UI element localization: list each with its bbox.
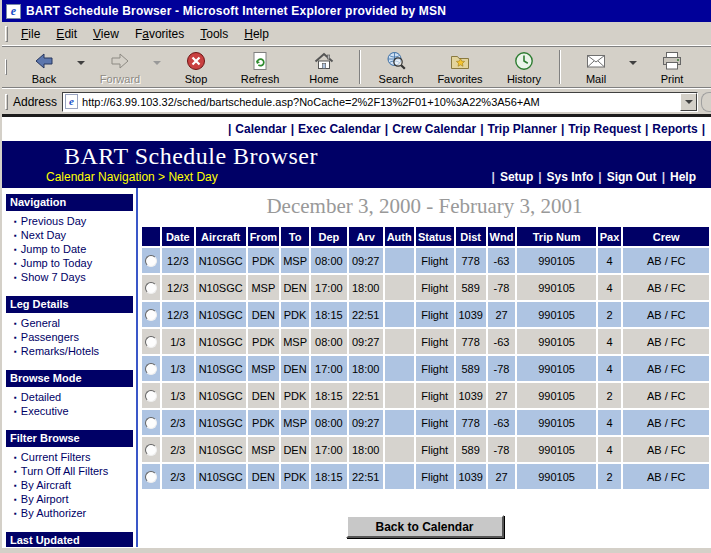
home-icon bbox=[313, 50, 335, 72]
sidebar-item-by-aircraft[interactable]: By Aircraft bbox=[6, 478, 133, 492]
separator-pipe: | bbox=[598, 170, 601, 184]
table-cell: PDK bbox=[281, 464, 309, 489]
sidebar-item-by-airport[interactable]: By Airport bbox=[6, 492, 133, 506]
separator-pipe: | bbox=[645, 122, 648, 136]
table-cell: 1039 bbox=[456, 464, 486, 489]
band-link-setup[interactable]: Setup bbox=[500, 170, 533, 184]
table-cell: 589 bbox=[456, 275, 486, 300]
mail-button[interactable]: Mail bbox=[564, 47, 640, 87]
nav-trip-planner[interactable]: Trip Planner bbox=[488, 122, 557, 136]
sidebar-item-jump-to-date[interactable]: Jump to Date bbox=[6, 242, 133, 256]
refresh-icon bbox=[249, 50, 271, 72]
sidebar-item-by-authorizer[interactable]: By Authorizer bbox=[6, 506, 133, 520]
dropdown-arrow-icon[interactable] bbox=[629, 61, 637, 65]
band-link-sign-out[interactable]: Sign Out bbox=[607, 170, 657, 184]
row-radio-cell bbox=[142, 410, 160, 435]
table-row: 1/3N10SGCMSPDEN17:0018:00Flight589-78990… bbox=[142, 356, 709, 381]
row-select-radio[interactable] bbox=[145, 390, 157, 402]
table-cell: -78 bbox=[488, 437, 516, 462]
separator-pipe: | bbox=[291, 122, 294, 136]
menu-favorites[interactable]: Favorites bbox=[127, 24, 192, 44]
sidebar-item-show-7-days[interactable]: Show 7 Days bbox=[6, 270, 133, 284]
sidebar-item-passengers[interactable]: Passengers bbox=[6, 330, 133, 344]
sidebar-item-detailed[interactable]: Detailed bbox=[6, 390, 133, 404]
app-header-band: BART Schedule Browser Calendar Navigatio… bbox=[2, 141, 711, 188]
history-button[interactable]: History bbox=[492, 47, 556, 87]
table-cell: Flight bbox=[416, 275, 454, 300]
table-cell: 27 bbox=[488, 302, 516, 327]
address-url[interactable]: http://63.99.103.32/sched/bartschedule.a… bbox=[82, 96, 680, 108]
row-select-radio[interactable] bbox=[145, 282, 157, 294]
table-cell: 4 bbox=[598, 410, 622, 435]
address-label: Address bbox=[13, 95, 57, 109]
row-select-radio[interactable] bbox=[145, 336, 157, 348]
table-cell: AB / FC bbox=[623, 383, 709, 408]
sidebar-item-jump-to-today[interactable]: Jump to Today bbox=[6, 256, 133, 270]
col-header-trip-num: Trip Num bbox=[517, 227, 595, 246]
table-cell: N10SGC bbox=[196, 302, 246, 327]
col-header-status: Status bbox=[416, 227, 454, 246]
favorites-button[interactable]: Favorites bbox=[428, 47, 492, 87]
nav-reports[interactable]: Reports bbox=[652, 122, 697, 136]
band-link-help[interactable]: Help bbox=[670, 170, 696, 184]
table-cell: 1/3 bbox=[162, 329, 194, 354]
links-bar-partial bbox=[701, 92, 711, 112]
back-button[interactable]: Back bbox=[12, 47, 88, 87]
sidebar-item-turn-off-all-filters[interactable]: Turn Off All Filters bbox=[6, 464, 133, 478]
sidebar-item-executive[interactable]: Executive bbox=[6, 404, 133, 418]
menu-view[interactable]: View bbox=[85, 24, 127, 44]
dropdown-arrow-icon[interactable] bbox=[77, 61, 85, 65]
sidebar-section-navigation: NavigationPrevious DayNext DayJump to Da… bbox=[6, 194, 133, 284]
toolbar-button-label: Refresh bbox=[241, 73, 280, 85]
search-button[interactable]: Search bbox=[364, 47, 428, 87]
toolbar-grip[interactable] bbox=[5, 94, 8, 110]
address-input[interactable]: e http://63.99.103.32/sched/bartschedule… bbox=[62, 92, 698, 112]
window-title: BART Schedule Browser - Microsoft Intern… bbox=[26, 4, 446, 18]
row-select-radio[interactable] bbox=[145, 471, 157, 483]
refresh-button[interactable]: Refresh bbox=[228, 47, 292, 87]
table-cell: MSP bbox=[248, 275, 280, 300]
row-select-radio[interactable] bbox=[145, 444, 157, 456]
table-cell: AB / FC bbox=[623, 302, 709, 327]
toolbar-separator bbox=[559, 50, 561, 84]
col-header-dist: Dist bbox=[456, 227, 486, 246]
stop-button[interactable]: Stop bbox=[164, 47, 228, 87]
sidebar-item-next-day[interactable]: Next Day bbox=[6, 228, 133, 242]
print-button[interactable]: Print bbox=[640, 47, 704, 87]
forward-icon bbox=[109, 50, 131, 72]
menu-tools[interactable]: Tools bbox=[192, 24, 236, 44]
home-button[interactable]: Home bbox=[292, 47, 356, 87]
toolbar-grip[interactable] bbox=[5, 59, 7, 75]
page-icon: e bbox=[65, 94, 78, 109]
edit-button[interactable]: Edit bbox=[704, 47, 711, 87]
table-cell: DEN bbox=[248, 383, 280, 408]
band-link-sys-info[interactable]: Sys Info bbox=[547, 170, 594, 184]
table-cell: AB / FC bbox=[623, 329, 709, 354]
col-header-aircraft: Aircraft bbox=[196, 227, 246, 246]
address-dropdown-button[interactable] bbox=[680, 93, 697, 111]
toolbar-grip[interactable] bbox=[5, 26, 8, 42]
nav-trip-request[interactable]: Trip Request bbox=[568, 122, 641, 136]
menu-file[interactable]: File bbox=[13, 24, 48, 44]
menu-help[interactable]: Help bbox=[236, 24, 277, 44]
row-select-radio[interactable] bbox=[145, 255, 157, 267]
table-cell: PDK bbox=[248, 248, 280, 273]
nav-exec-calendar[interactable]: Exec Calendar bbox=[298, 122, 381, 136]
table-cell: 22:51 bbox=[349, 464, 383, 489]
sidebar-item-previous-day[interactable]: Previous Day bbox=[6, 214, 133, 228]
back-to-calendar-button[interactable]: Back to Calendar bbox=[346, 515, 504, 538]
forward-button[interactable]: Forward bbox=[88, 47, 164, 87]
row-select-radio[interactable] bbox=[145, 363, 157, 375]
sidebar-item-remarks-hotels[interactable]: Remarks/Hotels bbox=[6, 344, 133, 358]
nav-crew-calendar[interactable]: Crew Calendar bbox=[392, 122, 476, 136]
col-header-dep: Dep bbox=[311, 227, 347, 246]
dropdown-arrow-icon[interactable] bbox=[153, 61, 161, 65]
nav-calendar[interactable]: Calendar bbox=[235, 122, 286, 136]
table-cell: 2/3 bbox=[162, 464, 194, 489]
sidebar-item-general[interactable]: General bbox=[6, 316, 133, 330]
row-select-radio[interactable] bbox=[145, 309, 157, 321]
menu-edit[interactable]: Edit bbox=[48, 24, 85, 44]
row-select-radio[interactable] bbox=[145, 417, 157, 429]
sidebar-item-current-filters[interactable]: Current Filters bbox=[6, 450, 133, 464]
main-panel: December 3, 2000 - February 3, 2001 Date… bbox=[138, 188, 711, 547]
